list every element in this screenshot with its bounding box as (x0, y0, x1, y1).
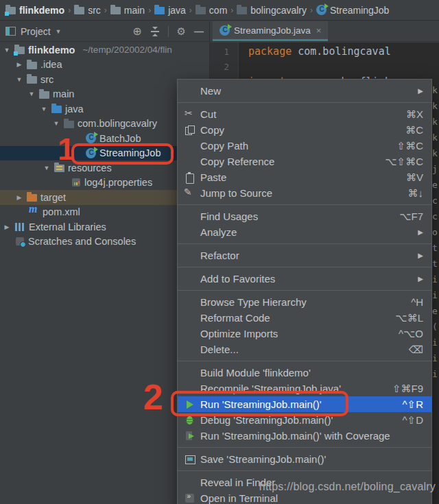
context-menu: New ▶ Cut ⌘X Copy ⌘C Copy Path ⇧⌘C Copy … (177, 79, 432, 504)
folder-icon (110, 7, 121, 14)
watermark-url: https://blog.csdn.net/boling_cavalry (259, 481, 436, 493)
collapsed-arrow-icon[interactable]: ▶ (15, 61, 23, 68)
tab-streamingjob-java[interactable]: StreamingJob.java × (213, 21, 328, 41)
project-folder-icon (14, 47, 25, 54)
close-icon[interactable]: × (316, 25, 322, 36)
expanded-arrow-icon[interactable]: ▼ (40, 106, 48, 112)
collapsed-arrow-icon[interactable]: ▶ (3, 224, 11, 230)
expanded-arrow-icon[interactable]: ▼ (52, 120, 60, 127)
breadcrumb-separator: › (68, 5, 71, 15)
breadcrumb: flinkdemo › src › main › java › com › bo… (0, 0, 439, 21)
menu-item-reformat-code[interactable]: Reformat Code ⌥⌘L (178, 310, 431, 326)
scratches-icon (15, 237, 25, 246)
editor-tab-bar: StreamingJob.java × (210, 21, 439, 42)
class-icon (220, 25, 230, 36)
menu-item-copy-reference[interactable]: Copy Reference ⌥⇧⌘C (178, 154, 431, 169)
properties-file-icon (71, 178, 81, 187)
annotation-box-run-menu-item (171, 391, 348, 416)
expanded-arrow-icon[interactable]: ▼ (15, 76, 23, 83)
class-icon (86, 133, 96, 143)
folder-icon (74, 7, 84, 14)
menu-item-paste[interactable]: Paste ⌘V (178, 169, 431, 185)
backspace-icon: ⌫ (399, 344, 423, 356)
menu-item-run-with-coverage[interactable]: Run 'StreamingJob.main()' with Coverage (178, 428, 431, 444)
submenu-arrow-icon: ▶ (418, 252, 423, 259)
tree-item-flinkdemo[interactable]: ▼ flinkdemo ~/temp/202002/04/flin (0, 43, 209, 58)
breadcrumb-item-src[interactable]: src (74, 5, 101, 16)
expanded-arrow-icon[interactable]: ▼ (3, 47, 11, 53)
project-folder-icon (5, 7, 16, 14)
menu-item-cut[interactable]: Cut ⌘X (178, 106, 431, 122)
breadcrumb-separator: › (310, 5, 313, 15)
menu-item-jump-to-source[interactable]: Jump to Source ⌘↓ (178, 185, 431, 201)
coverage-icon (183, 431, 196, 442)
breadcrumb-item-main[interactable]: main (110, 5, 145, 16)
breadcrumb-separator: › (148, 5, 151, 15)
copy-icon (183, 125, 196, 136)
java-folder-icon (154, 7, 165, 14)
menu-item-delete[interactable]: Delete... ⌫ (178, 341, 431, 357)
folder-icon (27, 76, 37, 84)
expanded-arrow-icon[interactable]: ▼ (27, 91, 36, 97)
breadcrumb-item-java[interactable]: java (154, 5, 186, 16)
menu-item-refactor[interactable]: Refactor ▶ (178, 248, 431, 263)
submenu-arrow-icon: ▶ (418, 87, 423, 95)
clipped-code-column: k k k k k j e c c o t t i i e ( i i i (432, 82, 438, 382)
menu-item-find-usages[interactable]: Find Usages ⌥F7 (178, 208, 431, 224)
code-line: 1 package com.bolingcaval (210, 44, 439, 59)
annotation-step-2: 2 (143, 379, 163, 415)
cut-icon (183, 109, 196, 120)
project-path: ~/temp/202002/04/flin (82, 45, 171, 55)
collapse-all-icon[interactable] (150, 27, 160, 36)
save-icon (183, 454, 196, 465)
ide-window: flinkdemo › src › main › java › com › bo… (0, 0, 439, 504)
annotation-box-streamingjob (71, 143, 174, 165)
libraries-icon (14, 222, 25, 232)
package-folder-icon (195, 7, 206, 14)
paste-icon (183, 172, 196, 183)
breadcrumb-separator: › (189, 5, 192, 15)
project-panel-header: Project ▼ ⊕ ⚙ — (0, 21, 209, 42)
submenu-arrow-icon: ▶ (418, 228, 423, 236)
folder-icon (27, 62, 37, 69)
collapsed-arrow-icon[interactable]: ▶ (15, 194, 23, 201)
toolbar-divider (168, 26, 169, 37)
menu-item-build-module[interactable]: Build Module 'flinkdemo' (178, 365, 431, 381)
hide-panel-icon[interactable]: — (194, 26, 204, 37)
maven-icon (29, 207, 39, 217)
breadcrumb-item-flinkdemo[interactable]: flinkdemo (5, 5, 64, 16)
menu-item-analyze[interactable]: Analyze ▶ (178, 224, 431, 240)
menu-item-copy-path[interactable]: Copy Path ⇧⌘C (178, 138, 431, 154)
menu-item-new[interactable]: New ▶ (178, 83, 431, 99)
gear-icon[interactable]: ⚙ (177, 25, 186, 38)
breadcrumb-item-com[interactable]: com (195, 5, 227, 16)
menu-item-copy[interactable]: Copy ⌘C (178, 122, 431, 138)
tree-item-idea[interactable]: ▶ .idea (0, 58, 209, 73)
chevron-down-icon[interactable]: ▼ (56, 28, 62, 35)
package-folder-icon (237, 7, 247, 14)
code-line: 2 (210, 59, 439, 74)
submenu-arrow-icon: ▶ (418, 275, 423, 283)
project-tool-window-icon (5, 27, 16, 36)
menu-item-save-streamingjob-main[interactable]: Save 'StreamingJob.main()' (178, 451, 431, 467)
folder-icon (39, 91, 49, 99)
excluded-folder-icon (27, 194, 37, 202)
expanded-arrow-icon[interactable]: ▼ (43, 165, 51, 171)
menu-item-add-to-favorites[interactable]: Add to Favorites ▶ (178, 271, 431, 287)
package-folder-icon (64, 121, 74, 128)
breadcrumb-item-bolingcavalry[interactable]: bolingcavalry (237, 5, 307, 16)
locate-file-icon[interactable]: ⊕ (132, 27, 141, 36)
menu-item-optimize-imports[interactable]: Optimize Imports ^⌥O (178, 326, 431, 341)
jump-to-source-icon (183, 188, 196, 199)
breadcrumb-item-streamingjob[interactable]: StreamingJob (316, 5, 389, 16)
terminal-icon (183, 493, 196, 504)
breadcrumb-separator: › (230, 5, 233, 15)
menu-item-browse-type-hierarchy[interactable]: Browse Type Hierarchy ^H (178, 294, 431, 310)
project-panel-title[interactable]: Project (21, 26, 51, 37)
java-folder-icon (51, 106, 62, 113)
breadcrumb-separator: › (104, 5, 107, 15)
class-icon (316, 5, 327, 15)
